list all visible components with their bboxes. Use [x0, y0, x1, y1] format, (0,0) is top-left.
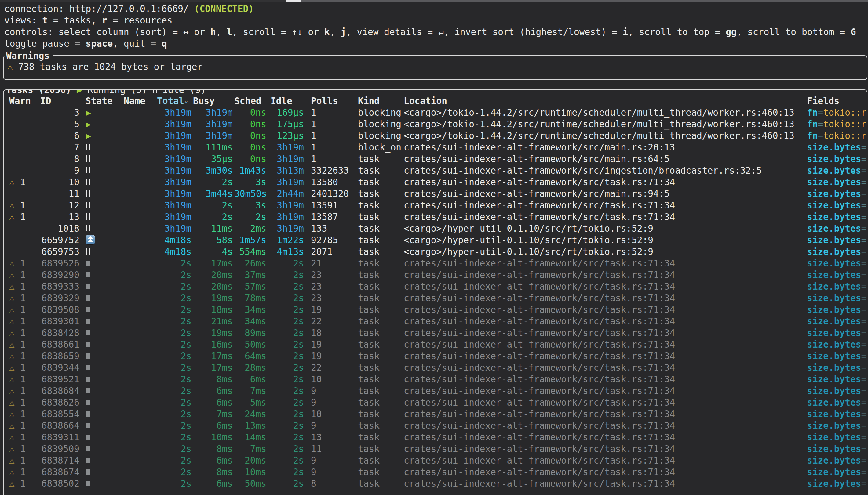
cell-task-id: 10 [40, 176, 79, 188]
task-row[interactable]: 66597534m18s4s554ms4m13s2071task<cargo>/… [4, 246, 867, 258]
task-row[interactable]: 66597524m18s58s1m57s1m22s92785task<cargo… [4, 234, 867, 246]
column-header-kind[interactable]: Kind [358, 95, 403, 107]
cell-fields: size.bytes= [807, 246, 866, 258]
cell-fields: size.bytes= [807, 223, 866, 234]
task-row[interactable]: ⚠ 168393112s10ms14ms2s13taskcrates/sui-i… [4, 431, 867, 443]
column-header-warn[interactable]: Warn [9, 95, 40, 107]
cell-total: 4m18s [157, 246, 191, 258]
task-row[interactable]: ⚠ 168393012s21ms34ms2s22taskcrates/sui-i… [4, 315, 867, 327]
task-row[interactable]: ⚠ 168385542s7ms24ms2s10taskcrates/sui-in… [4, 408, 867, 420]
duration-value: 2s [293, 386, 304, 396]
task-row[interactable]: 3▶3h19m3h19m0ns169µs1blocking<cargo>/tok… [4, 107, 867, 118]
cell-task-id: 6839344 [40, 362, 79, 374]
field-key: size.bytes [807, 432, 861, 443]
column-header-total[interactable]: Total▿ [157, 95, 191, 107]
column-header-fields[interactable]: Fields [807, 95, 866, 107]
field-key: size.bytes [807, 328, 861, 338]
task-row[interactable]: ⚠ 168393332s20ms57ms2s23taskcrates/sui-i… [4, 281, 867, 292]
cell-sched: 7ms [234, 385, 266, 397]
task-row[interactable]: 5▶3h19m3h19m0ns175µs1blocking<cargo>/tok… [4, 118, 867, 130]
task-row[interactable]: ⚠ 1133h19m2s2s3h19m13587taskcrates/sui-i… [4, 211, 867, 223]
field-equals: = [861, 270, 866, 280]
field-key: size.bytes [807, 258, 861, 269]
cell-polls: 23 [311, 292, 355, 304]
task-row[interactable]: ⚠ 168386612s16ms50ms2s19taskcrates/sui-i… [4, 339, 867, 351]
controls-line: controls: select column (sort) = ↔ or h,… [4, 26, 868, 38]
cell-idle: 3h19m [271, 153, 304, 165]
task-row[interactable]: ⚠ 168386262s6ms5ms2s9taskcrates/sui-inde… [4, 397, 867, 408]
field-equals: = [861, 386, 866, 396]
warn-count: 1 [20, 328, 26, 338]
duration-value: 0ns [250, 154, 266, 164]
duration-value: 6ms [217, 479, 233, 489]
cell-total: 2s [157, 327, 191, 339]
field-key: size.bytes [807, 235, 861, 245]
cell-state: ▶ [85, 130, 121, 142]
task-row[interactable]: ⚠ 168385022s6ms50ms2s8taskcrates/sui-ind… [4, 478, 867, 490]
column-header-idle[interactable]: Idle [271, 95, 304, 107]
column-header-id[interactable]: ID [40, 95, 79, 107]
sort-indicator-icon: ▿ [184, 98, 188, 106]
task-row[interactable]: ⚠ 168386592s17ms64ms2s19taskcrates/sui-i… [4, 351, 867, 362]
column-header-busy[interactable]: Busy [193, 95, 233, 107]
task-row[interactable]: ⚠ 168392902s20ms37ms2s23taskcrates/sui-i… [4, 269, 867, 281]
cell-state [85, 339, 121, 351]
cell-warn: ⚠ 1 [9, 292, 40, 304]
warn-count: 1 [20, 351, 26, 361]
cell-busy: 3h19m [193, 118, 233, 130]
task-row[interactable]: ⚠ 168386742s8ms10ms2s9taskcrates/sui-ind… [4, 466, 867, 478]
cell-sched: 7ms [234, 443, 266, 455]
task-row[interactable]: 6▶3h19m3h19m0ns123µs1blocking<cargo>/tok… [4, 130, 867, 142]
cell-sched: 57ms [234, 281, 266, 292]
field-key: size.bytes [807, 386, 861, 396]
warn-count: 1 [20, 293, 26, 303]
task-row[interactable]: 93h19m3m30s1m43s3h13m3322633taskcrates/s… [4, 165, 867, 176]
column-header-sched[interactable]: Sched [234, 95, 266, 107]
task-row[interactable]: ⚠ 168393442s17ms28ms2s22taskcrates/sui-i… [4, 362, 867, 374]
task-row[interactable]: ⚠ 168387142s6ms20ms2s9taskcrates/sui-ind… [4, 455, 867, 466]
task-row[interactable]: ⚠ 1103h19m2s3s3h19m13580taskcrates/sui-i… [4, 176, 867, 188]
duration-value: 21ms [211, 316, 233, 326]
task-row[interactable]: ⚠ 168395082s18ms34ms2s19taskcrates/sui-i… [4, 304, 867, 315]
task-row[interactable]: ⚠ 168386642s6ms13ms2s9taskcrates/sui-ind… [4, 420, 867, 431]
cell-busy: 10ms [193, 431, 233, 443]
column-header-location[interactable]: Location [404, 95, 805, 107]
column-header-name[interactable]: Name [124, 95, 156, 107]
duration-value: 2s [222, 177, 233, 187]
task-row[interactable]: ⚠ 168386842s6ms7ms2s9taskcrates/sui-inde… [4, 385, 867, 397]
cell-fields: size.bytes= [807, 397, 866, 408]
task-row[interactable]: 83h19m35µs0ns3h19m1taskcrates/sui-indexe… [4, 153, 867, 165]
task-row[interactable]: ⚠ 1123h19m2s3s3h19m13591taskcrates/sui-i… [4, 200, 867, 211]
task-row[interactable]: 113h19m3m44s30m50s2h44m2401320taskcrates… [4, 188, 867, 200]
column-header-polls[interactable]: Polls [311, 95, 355, 107]
column-header-state[interactable]: State [85, 95, 121, 107]
field-key: size.bytes [807, 305, 861, 315]
task-row[interactable]: 73h19m111ms0ns3h19m1block_oncrates/sui-i… [4, 142, 867, 153]
cell-polls: 21 [311, 258, 355, 269]
cell-state [85, 385, 121, 397]
task-row[interactable]: ⚠ 168395262s17ms26ms2s21taskcrates/sui-i… [4, 258, 867, 269]
duration-value: 20ms [245, 455, 266, 466]
cell-polls: 10 [311, 408, 355, 420]
task-row[interactable]: ⚠ 168395092s8ms7ms2s11taskcrates/sui-ind… [4, 443, 867, 455]
cell-busy: 3m44s [193, 188, 233, 200]
cell-task-id: 12 [40, 200, 79, 211]
task-row[interactable]: 10183h19m11ms2ms3h19m133task<cargo>/hype… [4, 223, 867, 234]
cell-fields: fn=tokio::r [807, 118, 866, 130]
cell-idle: 2s [271, 420, 304, 431]
duration-value: 3h19m [205, 131, 233, 141]
field-key: size.bytes [807, 339, 861, 350]
cell-fields: size.bytes= [807, 420, 866, 431]
cell-state [85, 211, 121, 223]
duration-value: 8ms [217, 444, 233, 454]
cell-kind: task [358, 408, 403, 420]
warn-count: 1 [20, 409, 26, 419]
completed-icon [85, 458, 90, 463]
warn-count: 1 [20, 339, 26, 350]
task-row[interactable]: ⚠ 168395212s8ms6ms2s10taskcrates/sui-ind… [4, 374, 867, 385]
cell-state [85, 234, 121, 246]
cell-state [85, 269, 121, 281]
task-row[interactable]: ⚠ 168393292s19ms78ms2s23taskcrates/sui-i… [4, 292, 867, 304]
task-row[interactable]: ⚠ 168384282s19ms89ms2s18taskcrates/sui-i… [4, 327, 867, 339]
cell-idle: 2s [271, 431, 304, 443]
